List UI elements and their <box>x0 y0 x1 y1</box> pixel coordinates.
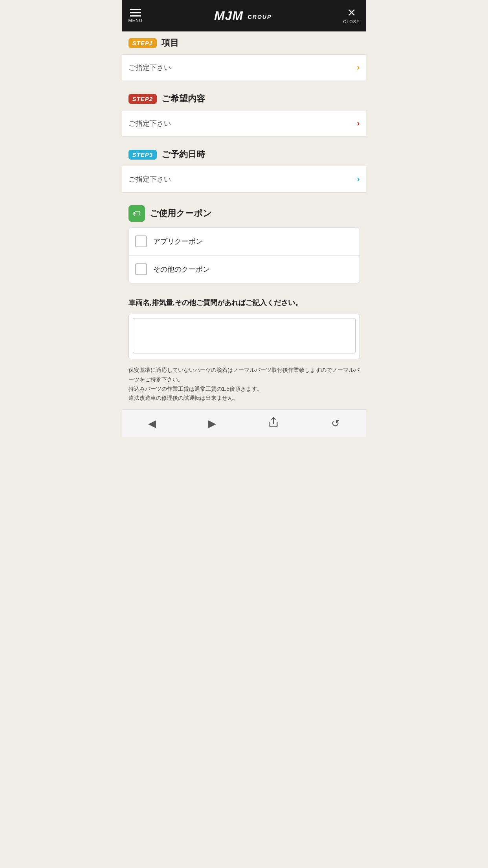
step3-title: ご予約日時 <box>161 149 205 160</box>
coupon-section: 🏷 ご使用クーポン アプリクーポン その他のクーポン <box>122 199 366 290</box>
nav-back-button[interactable]: ◀ <box>142 415 162 432</box>
bottom-nav: ◀ ▶ ↺ <box>122 409 366 437</box>
hamburger-icon <box>130 9 141 17</box>
notes-section: 車両名,排気量,その他ご質問があればご記入ください。 <box>122 290 366 359</box>
logo-group: GROUP <box>248 13 272 20</box>
step3-section: STEP3 ご予約日時 ご指定下さい › <box>122 143 366 193</box>
step1-select-row[interactable]: ご指定下さい › <box>122 55 366 81</box>
disclaimer: 保安基準に適応していないパーツの脱着はノーマルパーツ取付後作業致しますのでノーマ… <box>122 366 366 409</box>
logo-mjm: MJM GROUP <box>214 9 272 23</box>
step1-chevron-icon: › <box>357 63 360 73</box>
coupon-item-other: その他のクーポン <box>129 255 360 283</box>
step3-header: STEP3 ご予約日時 <box>122 143 366 166</box>
coupon-icon-wrap: 🏷 <box>128 205 145 222</box>
coupon-tag-icon: 🏷 <box>133 209 141 218</box>
step3-select-row[interactable]: ご指定下さい › <box>122 166 366 193</box>
nav-refresh-button[interactable]: ↺ <box>325 415 346 432</box>
logo: MJM GROUP <box>143 9 343 23</box>
coupon-header: 🏷 ご使用クーポン <box>122 205 366 227</box>
step2-select-row[interactable]: ご指定下さい › <box>122 110 366 137</box>
other-coupon-label: その他のクーポン <box>153 265 210 274</box>
step1-title: 項目 <box>161 37 179 49</box>
step2-title: ご希望内容 <box>161 93 205 105</box>
step1-row-text: ご指定下さい <box>128 63 171 72</box>
step1-section: STEP1 項目 ご指定下さい › <box>122 31 366 81</box>
step2-chevron-icon: › <box>357 118 360 129</box>
nav-share-button[interactable] <box>262 414 285 432</box>
step1-header: STEP1 項目 <box>122 31 366 55</box>
step3-row-text: ご指定下さい <box>128 175 171 184</box>
other-coupon-checkbox[interactable] <box>135 263 147 275</box>
menu-label: MENU <box>128 18 143 23</box>
close-button[interactable]: ✕ CLOSE <box>343 7 360 24</box>
divider-1 <box>122 81 366 87</box>
disclaimer-text: 保安基準に適応していないパーツの脱着はノーマルパーツ取付後作業致しますのでノーマ… <box>128 367 360 401</box>
app-coupon-label: アプリクーポン <box>153 237 203 246</box>
notes-textarea[interactable] <box>133 318 356 353</box>
close-icon: ✕ <box>347 7 356 18</box>
menu-button[interactable]: MENU <box>128 9 143 23</box>
header: MENU MJM GROUP ✕ CLOSE <box>122 0 366 31</box>
step3-badge: STEP3 <box>128 150 157 160</box>
coupon-item-app: アプリクーポン <box>129 228 360 255</box>
divider-3 <box>122 193 366 199</box>
notes-title: 車両名,排気量,その他ご質問があればご記入ください。 <box>128 298 360 308</box>
step2-section: STEP2 ご希望内容 ご指定下さい › <box>122 87 366 137</box>
step2-header: STEP2 ご希望内容 <box>122 87 366 110</box>
coupon-box: アプリクーポン その他のクーポン <box>128 227 360 283</box>
app-coupon-checkbox[interactable] <box>135 235 147 247</box>
step2-badge: STEP2 <box>128 94 157 104</box>
close-label: CLOSE <box>343 19 360 24</box>
step3-chevron-icon: › <box>357 174 360 184</box>
nav-forward-button[interactable]: ▶ <box>202 415 222 432</box>
step1-badge: STEP1 <box>128 38 157 48</box>
divider-2 <box>122 137 366 143</box>
coupon-title: ご使用クーポン <box>150 208 212 219</box>
notes-textarea-wrap <box>128 314 360 359</box>
step2-row-text: ご指定下さい <box>128 119 171 128</box>
